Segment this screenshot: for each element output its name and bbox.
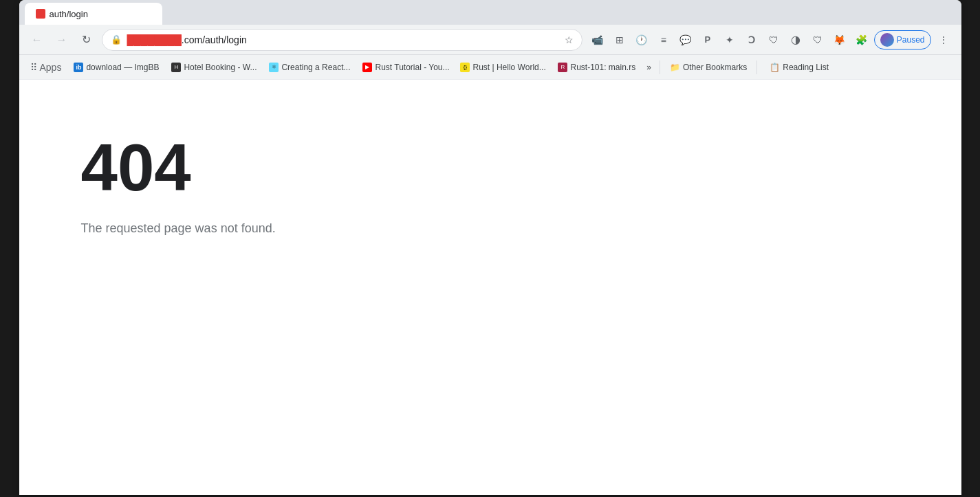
youtube-label: Rust Tutorial - You... (375, 63, 449, 72)
ext-shield2-icon: 🛡 (813, 34, 823, 45)
bookmark-rust-hello[interactable]: {} Rust | Hello World... (455, 60, 551, 75)
ext-sparkle-icon: ✦ (726, 34, 734, 45)
ext-c-icon: Ↄ (748, 34, 755, 45)
bookmark-rust101[interactable]: R Rust-101: main.rs (552, 60, 641, 75)
ext-zoom-button[interactable]: 📹 (588, 30, 607, 49)
more-bookmarks-button[interactable]: » (642, 60, 655, 75)
tab-title: auth/login (50, 9, 88, 19)
active-tab[interactable]: auth/login (25, 3, 162, 25)
ext-fox-button[interactable]: 🦊 (830, 30, 849, 49)
forward-icon: → (56, 34, 67, 46)
bookmark-hotel[interactable]: H Hotel Booking - W... (166, 60, 262, 75)
address-url: ████████.com/auth/login (127, 34, 559, 45)
ext-shield-icon: 🛡 (769, 34, 778, 45)
apps-grid-icon: ⠿ (30, 62, 37, 73)
react-favicon: ⚛ (269, 63, 279, 72)
lock-icon: 🔒 (111, 34, 122, 45)
reading-list-icon: 📋 (770, 63, 780, 72)
address-bar[interactable]: 🔒 ████████.com/auth/login ☆ (102, 29, 582, 51)
ext-messenger-icon: 💬 (679, 34, 691, 45)
rust101-favicon: R (558, 63, 567, 72)
ext-messenger-button[interactable]: 💬 (676, 30, 695, 49)
folder-icon: 📁 (670, 63, 680, 72)
ext-puzzle-button[interactable]: 🧩 (852, 30, 871, 49)
profile-avatar (880, 33, 894, 47)
react-label: Creating a React... (281, 63, 350, 72)
other-bookmarks[interactable]: 📁 Other Bookmarks (664, 60, 752, 75)
hotel-favicon: H (171, 63, 181, 72)
ext-reader-icon: ≡ (661, 34, 666, 45)
tab-bar: auth/login (19, 0, 961, 25)
tab-favicon (36, 9, 45, 19)
bookmark-imgbb[interactable]: ib download — ImgBB (68, 60, 164, 75)
forward-button[interactable]: → (52, 30, 72, 49)
imgbb-label: download — ImgBB (86, 63, 159, 72)
ext-zoom-icon: 📹 (591, 34, 603, 45)
nav-bar: ← → ↻ 🔒 ████████.com/auth/login ☆ 📹 ⊞ 🕐 … (19, 25, 961, 55)
bookmarks-separator (660, 60, 660, 74)
youtube-favicon: ▶ (362, 63, 372, 72)
ext-sparkle-button[interactable]: ✦ (720, 30, 739, 49)
ext-reader-button[interactable]: ≡ (654, 30, 673, 49)
error-code: 404 (81, 135, 900, 201)
ext-puzzle-icon: 🧩 (856, 34, 867, 45)
more-bookmarks-icon: » (646, 63, 651, 72)
browser-window: auth/login ← → ↻ 🔒 ████████.com/auth/log… (19, 0, 961, 495)
rust101-label: Rust-101: main.rs (570, 63, 635, 72)
more-options-button[interactable]: ⋮ (934, 30, 953, 49)
bookmark-react[interactable]: ⚛ Creating a React... (263, 60, 356, 75)
error-message: The requested page was not found. (81, 221, 900, 236)
bookmarks-bar: ⠿ Apps ib download — ImgBB H Hotel Booki… (19, 55, 961, 80)
ext-circle-button[interactable]: ◑ (786, 30, 805, 49)
rust-hello-label: Rust | Hello World... (472, 63, 545, 72)
bookmark-youtube[interactable]: ▶ Rust Tutorial - You... (357, 60, 453, 75)
other-bookmarks-label: Other Bookmarks (683, 63, 747, 72)
profile-label: Paused (897, 35, 925, 45)
ext-tab-icon: ⊞ (616, 34, 624, 45)
hotel-label: Hotel Booking - W... (184, 63, 257, 72)
back-icon: ← (32, 34, 43, 46)
ext-fox-icon: 🦊 (834, 34, 845, 45)
more-options-icon: ⋮ (939, 34, 948, 45)
url-redacted: ████████ (127, 34, 182, 45)
reading-list-label: Reading List (783, 63, 829, 72)
refresh-button[interactable]: ↻ (77, 30, 96, 49)
ext-pocket-icon: P (704, 34, 710, 45)
profile-button[interactable]: Paused (874, 30, 931, 49)
apps-bookmark[interactable]: ⠿ Apps (25, 59, 67, 76)
page-content: 404 The requested page was not found. (19, 80, 961, 495)
reading-list[interactable]: 📋 Reading List (764, 60, 834, 75)
rust-hello-favicon: {} (460, 63, 470, 72)
extensions-area: 📹 ⊞ 🕐 ≡ 💬 P ✦ Ↄ 🛡 ◑ 🛡 🦊 🧩 Paused ⋮ (588, 30, 953, 49)
apps-label: Apps (40, 62, 62, 73)
bookmarks-separator-2 (756, 60, 757, 74)
ext-shield-button[interactable]: 🛡 (764, 30, 783, 49)
ext-history-icon: 🕐 (635, 34, 647, 45)
ext-shield2-button[interactable]: 🛡 (808, 30, 827, 49)
ext-tab-button[interactable]: ⊞ (610, 30, 629, 49)
ext-c-button[interactable]: Ↄ (742, 30, 761, 49)
imgbb-favicon: ib (74, 63, 83, 72)
ext-circle-icon: ◑ (791, 33, 801, 46)
ext-history-button[interactable]: 🕐 (632, 30, 651, 49)
ext-pocket-button[interactable]: P (698, 30, 717, 49)
refresh-icon: ↻ (82, 33, 91, 46)
back-button[interactable]: ← (28, 30, 47, 49)
bookmark-star-icon[interactable]: ☆ (565, 34, 574, 45)
